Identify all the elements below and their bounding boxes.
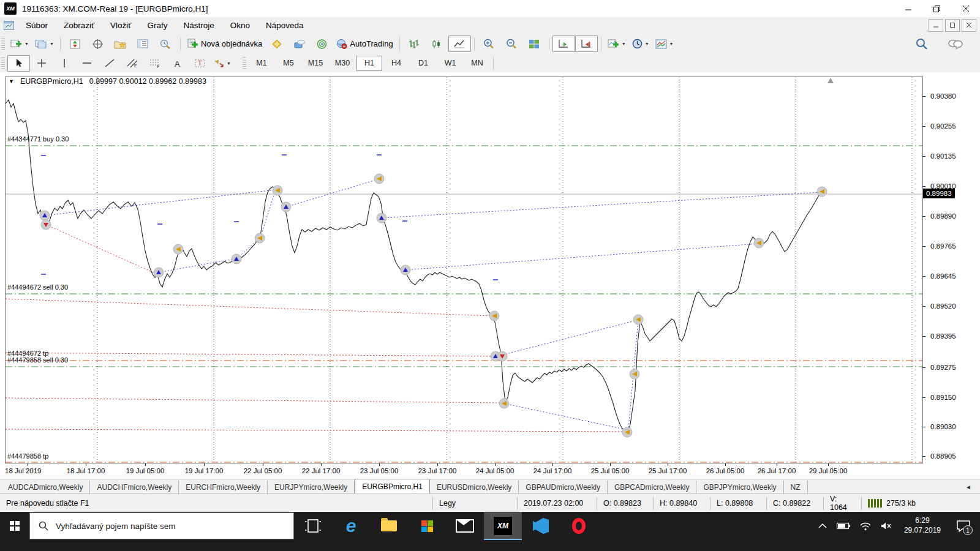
data-window-button[interactable] [86, 36, 109, 52]
taskbar-edge-button[interactable]: e [332, 512, 370, 540]
taskbar-file-explorer-button[interactable] [370, 512, 408, 540]
timeframe-mn[interactable]: MN [464, 56, 490, 71]
chart-tab[interactable]: EURGBPmicro,H1 [355, 479, 430, 493]
price-axis[interactable]: 0.903800.902550.901350.900100.898900.897… [922, 77, 980, 463]
chart-tab[interactable]: GBPJPYmicro,Weekly [696, 481, 783, 493]
taskbar-opera-button[interactable] [560, 512, 598, 540]
timeframe-m5[interactable]: M5 [276, 56, 301, 71]
toolbar-grip[interactable] [1, 38, 5, 50]
crosshair-button[interactable] [30, 55, 53, 72]
mail-icon [456, 519, 474, 533]
autotrading-button[interactable]: AutoTrading [333, 36, 396, 52]
timeframe-m1[interactable]: M1 [249, 56, 274, 71]
fibonacci-button[interactable]: F [143, 55, 166, 72]
signals-button[interactable] [311, 36, 333, 52]
minimize-button[interactable] [894, 0, 922, 17]
chart-tab[interactable]: EURUSDmicro,Weekly [430, 481, 519, 493]
toolbar-grip[interactable] [1, 57, 5, 69]
zoom-in-button[interactable] [478, 36, 500, 52]
timeframe-w1[interactable]: W1 [437, 56, 463, 71]
candlestick-chart-button[interactable] [426, 36, 448, 52]
chevron-down-icon[interactable]: ▼ [227, 61, 231, 66]
child-restore-button[interactable] [945, 19, 960, 32]
time-axis[interactable]: 18 Jul 201918 Jul 17:0019 Jul 05:0019 Ju… [5, 463, 922, 478]
tab-scroll-left-button[interactable]: ◄ [962, 481, 975, 493]
timeframe-m15[interactable]: M15 [303, 56, 328, 71]
menu-okno[interactable]: Okno [222, 18, 258, 32]
chevron-down-icon[interactable]: ▼ [24, 42, 29, 46]
auto-scroll-button[interactable] [552, 36, 575, 52]
chevron-down-icon[interactable]: ▼ [645, 42, 649, 46]
line-chart-button[interactable] [448, 36, 471, 52]
chart-shift-button[interactable] [575, 36, 598, 52]
metaeditor-button[interactable] [265, 36, 288, 52]
volume-muted-icon[interactable] [881, 522, 892, 530]
drawing-toolbar: EFAT▼ M1M5M15M30H1H4D1W1MN [0, 54, 980, 73]
taskbar-clock[interactable]: 6:29 29.07.2019 [904, 516, 941, 535]
timeframe-m30[interactable]: M30 [330, 56, 355, 71]
action-center-button[interactable]: 1 [953, 520, 974, 532]
menu-nástroje[interactable]: Nástroje [175, 18, 222, 32]
close-button[interactable] [951, 0, 980, 17]
tile-windows-button[interactable] [523, 36, 546, 52]
taskbar-search-input[interactable]: Vyhľadávaný pojem napíšte sem [29, 512, 294, 539]
trendline-button[interactable] [98, 55, 121, 72]
start-button[interactable] [0, 512, 29, 540]
cursor-button[interactable] [7, 55, 30, 72]
new-chart-button[interactable]: ▼ [7, 36, 32, 52]
zoom-out-button[interactable] [500, 36, 523, 52]
toolbar-grip[interactable] [243, 57, 246, 69]
market-watch-button[interactable] [64, 36, 86, 52]
taskbar-vscode-button[interactable] [522, 512, 560, 540]
taskbar-mail-button[interactable] [446, 512, 484, 540]
chevron-down-icon[interactable]: ▼ [50, 42, 54, 46]
timeframe-h1[interactable]: H1 [356, 56, 382, 71]
task-view-button[interactable] [294, 512, 332, 540]
legend-collapse-icon[interactable]: ▼ [9, 78, 14, 84]
bar-chart-button[interactable] [403, 36, 426, 52]
search-button[interactable] [910, 36, 933, 52]
periods-button[interactable]: ▼ [629, 36, 652, 52]
arrows-button[interactable]: ▼ [211, 55, 234, 72]
menu-grafy[interactable]: Grafy [139, 18, 175, 32]
chart-tab[interactable]: EURJPYmicro,Weekly [268, 481, 355, 493]
chart-tab[interactable]: NZ [784, 481, 808, 493]
vertical-line-button[interactable] [53, 55, 75, 72]
text-button[interactable]: A [166, 55, 189, 72]
text-label-button[interactable]: T [189, 55, 211, 72]
new-order-button[interactable]: Nová objednávka [184, 36, 265, 52]
virtual-hosting-button[interactable] [288, 36, 311, 52]
strategy-tester-button[interactable] [154, 36, 177, 52]
taskbar-store-button[interactable] [408, 512, 446, 540]
chart-tab[interactable]: AUDCHFmicro,Weekly [90, 481, 179, 493]
menu-súbor[interactable]: Súbor [18, 18, 56, 32]
taskbar-xm-button[interactable]: XM [484, 512, 522, 540]
price-chart[interactable] [5, 77, 923, 463]
indicators-button[interactable]: ▼ [605, 36, 629, 52]
chart-tab[interactable]: EURCHFmicro,Weekly [179, 481, 268, 493]
menu-zobraziť[interactable]: Zobraziť [56, 18, 102, 32]
profiles-button[interactable]: ▼ [32, 36, 57, 52]
child-close-button[interactable] [962, 19, 976, 32]
tray-expand-button[interactable] [818, 523, 827, 529]
chat-button[interactable] [944, 36, 967, 52]
battery-icon[interactable] [837, 522, 850, 530]
wifi-icon[interactable] [860, 522, 871, 530]
navigator-button[interactable] [109, 36, 132, 52]
equidistant-channel-button[interactable]: E [121, 55, 143, 72]
chart-tab[interactable]: AUDCADmicro,Weekly [1, 481, 90, 493]
menu-nápoveda[interactable]: Nápoveda [258, 18, 312, 32]
chevron-down-icon[interactable]: ▼ [669, 42, 674, 46]
templates-button[interactable]: ▼ [652, 36, 677, 52]
restore-button[interactable] [922, 0, 951, 17]
chevron-down-icon[interactable]: ▼ [622, 42, 626, 46]
menu-vložiť[interactable]: Vložiť [102, 18, 139, 32]
child-minimize-button[interactable] [929, 19, 943, 32]
timeframe-h4[interactable]: H4 [383, 56, 409, 71]
timeframe-d1[interactable]: D1 [410, 56, 436, 71]
chart-tab[interactable]: GBPAUDmicro,Weekly [519, 481, 608, 493]
terminal-button[interactable] [132, 36, 154, 52]
horizontal-line-button[interactable] [75, 55, 98, 72]
status-cell: V: 1064 [823, 497, 861, 510]
chart-tab[interactable]: GBPCADmicro,Weekly [608, 481, 696, 493]
